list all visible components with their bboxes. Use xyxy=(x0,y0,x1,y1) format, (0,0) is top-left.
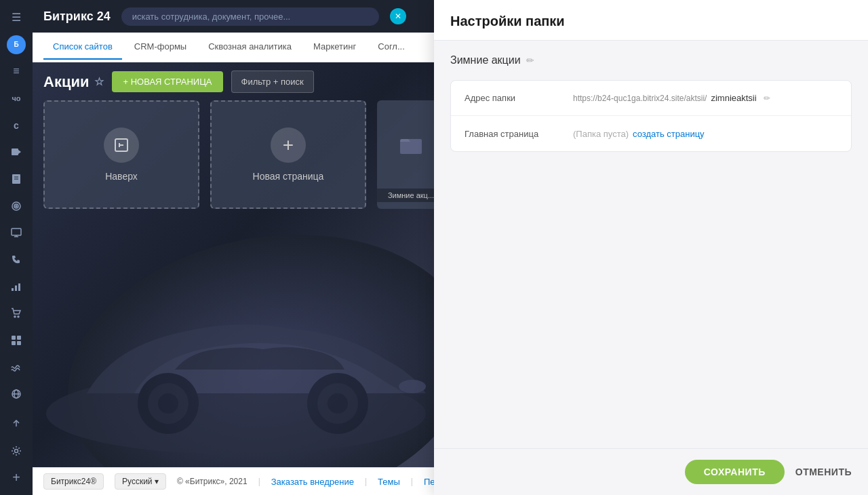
modal-title: Настройки папки xyxy=(450,14,852,29)
monitor-icon[interactable] xyxy=(4,220,28,245)
folder-name-edit-icon[interactable]: ✏ xyxy=(526,55,534,66)
cards-area: Наверх + Новая страница Зимние акц... xyxy=(43,100,445,209)
address-label: Адрес папки xyxy=(465,93,573,103)
favorite-icon[interactable]: ☆ xyxy=(94,75,104,88)
svg-rect-11 xyxy=(12,288,14,291)
filter-button[interactable]: Фильтр + поиск xyxy=(231,71,314,93)
svg-rect-12 xyxy=(15,285,17,291)
chat-icon[interactable]: чо xyxy=(4,86,28,111)
grid-icon[interactable] xyxy=(4,328,28,353)
svg-rect-19 xyxy=(17,341,21,345)
tab-other[interactable]: Согл... xyxy=(368,35,414,60)
globe-icon[interactable] xyxy=(4,382,28,406)
app-logo: Битрикс 24 xyxy=(43,9,111,24)
url-slug-text: zimnieaktsii xyxy=(711,93,756,103)
page-title: Акции ☆ xyxy=(43,73,104,91)
folder-name-row: Зимние акции ✏ xyxy=(450,54,852,66)
search-close-button[interactable]: ✕ xyxy=(390,8,406,24)
filter-icon[interactable]: ≡ xyxy=(4,59,28,83)
card-new-page[interactable]: + Новая страница xyxy=(210,100,366,209)
video-icon[interactable] xyxy=(4,140,28,164)
cart-icon[interactable] xyxy=(4,301,28,325)
modal-panel: Настройки папки Зимние акции ✏ Адрес пап… xyxy=(434,0,868,495)
tab-marketing[interactable]: Маркетинг xyxy=(304,35,366,60)
create-page-link[interactable]: создать страницу xyxy=(633,129,705,139)
user-avatar[interactable]: Б xyxy=(7,35,26,54)
svg-rect-8 xyxy=(12,229,21,235)
book-icon[interactable] xyxy=(4,167,28,191)
c-icon[interactable]: с xyxy=(4,113,28,138)
footer-link-themes[interactable]: Темы xyxy=(378,477,400,487)
svg-rect-18 xyxy=(12,341,16,345)
svg-point-15 xyxy=(18,316,19,317)
tab-sites[interactable]: Список сайтов xyxy=(43,35,122,60)
address-edit-icon[interactable]: ✏ xyxy=(764,94,770,103)
up-icon xyxy=(104,127,139,163)
add-icon[interactable]: + xyxy=(4,465,28,490)
svg-point-7 xyxy=(16,205,17,207)
svg-rect-17 xyxy=(17,336,21,340)
search-input[interactable] xyxy=(121,7,379,26)
arrow-up-icon[interactable] xyxy=(4,412,28,436)
modal-footer: СОХРАНИТЬ ОТМЕНИТЬ xyxy=(434,448,868,495)
tab-analytics[interactable]: Сквозная аналитика xyxy=(199,35,301,60)
copyright-text: © «Битрикс», 2021 xyxy=(177,477,248,486)
card-up[interactable]: Наверх xyxy=(43,100,199,209)
card-up-label: Наверх xyxy=(105,171,138,182)
add-page-icon: + xyxy=(271,127,306,163)
wave-icon[interactable] xyxy=(4,355,28,380)
brand-button[interactable]: Битрикс24® xyxy=(43,473,104,490)
modal-header: Настройки папки xyxy=(434,0,868,41)
target-icon[interactable] xyxy=(4,194,28,218)
address-value: https://b24-quc1ga.bitrix24.site/aktsii/… xyxy=(573,93,837,103)
svg-point-28 xyxy=(158,393,178,414)
svg-point-14 xyxy=(14,316,16,317)
svg-marker-1 xyxy=(18,150,21,154)
svg-rect-0 xyxy=(12,148,18,155)
modal-body: Зимние акции ✏ Адрес папки https://b24-q… xyxy=(434,41,868,448)
menu-icon[interactable]: ☰ xyxy=(4,5,28,30)
homepage-label: Главная страница xyxy=(465,129,573,139)
settings-table: Адрес папки https://b24-quc1ga.bitrix24.… xyxy=(450,80,852,152)
cancel-button[interactable]: ОТМЕНИТЬ xyxy=(795,467,852,477)
save-button[interactable]: СОХРАНИТЬ xyxy=(685,460,785,484)
svg-rect-16 xyxy=(12,336,16,340)
new-page-button[interactable]: + НОВАЯ СТРАНИЦА xyxy=(112,71,222,92)
url-base-text: https://b24-quc1ga.bitrix24.site/aktsii/ xyxy=(573,94,707,103)
svg-rect-13 xyxy=(18,283,20,291)
svg-point-24 xyxy=(15,449,18,452)
empty-folder-text: (Папка пуста) xyxy=(573,129,629,139)
sidebar: ☰ Б ≡ чо с + xyxy=(0,0,33,495)
svg-point-32 xyxy=(399,380,426,393)
language-button[interactable]: Русский ▾ xyxy=(115,473,166,490)
svg-point-31 xyxy=(328,393,348,414)
footer-link-order[interactable]: Заказать внедрение xyxy=(271,477,354,487)
settings-row-homepage: Главная страница (Папка пуста) создать с… xyxy=(451,116,851,151)
tab-crm[interactable]: CRM-формы xyxy=(125,35,196,60)
gear-icon[interactable] xyxy=(4,439,28,463)
phone-icon[interactable] xyxy=(4,248,28,272)
card-new-label: Новая страница xyxy=(253,171,324,182)
homepage-value: (Папка пуста) создать страницу xyxy=(573,129,837,139)
barchart-icon[interactable] xyxy=(4,275,28,299)
settings-row-address: Адрес папки https://b24-quc1ga.bitrix24.… xyxy=(451,81,851,116)
folder-name-text: Зимние акции xyxy=(450,54,521,66)
